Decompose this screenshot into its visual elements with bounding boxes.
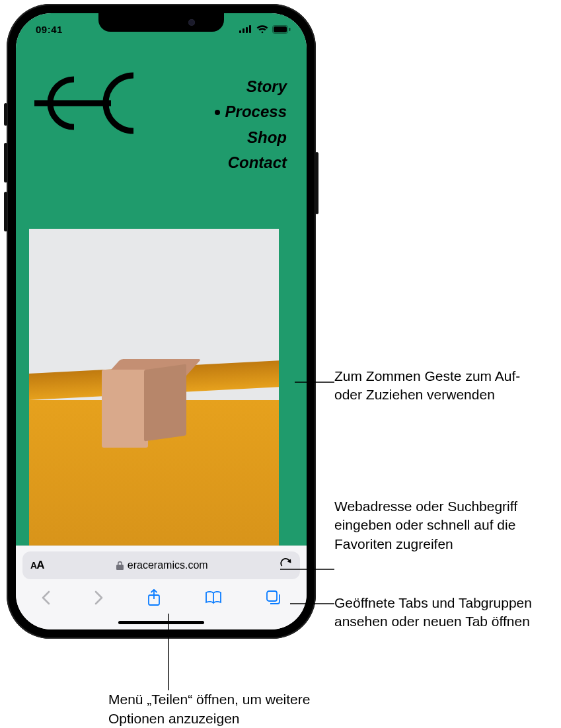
status-icons [239, 25, 291, 34]
phone-screen: 09:41 Story Process Shop Contact [16, 13, 307, 629]
chevron-left-icon [41, 590, 50, 605]
mute-switch [4, 103, 7, 126]
tabs-button[interactable] [266, 590, 281, 606]
safari-toolbar [22, 579, 300, 615]
cellular-icon [239, 25, 252, 33]
tabs-icon [266, 590, 281, 606]
forward-button[interactable] [94, 590, 104, 605]
svg-rect-5 [274, 26, 287, 32]
clay-cube [102, 367, 181, 446]
back-button[interactable] [41, 590, 50, 605]
nav-label: Contact [228, 150, 287, 175]
share-icon [147, 589, 161, 606]
reader-aa-button[interactable]: AA [30, 559, 44, 572]
callout-text: Zum Zommen Geste zum Auf- oder Zuziehen … [334, 368, 520, 402]
battery-icon [272, 25, 291, 34]
url-host: eraceramics.com [128, 559, 208, 571]
svg-rect-6 [289, 28, 291, 31]
svg-rect-0 [239, 30, 241, 33]
nav-label: Story [246, 74, 287, 99]
site-logo[interactable] [34, 70, 147, 139]
nav-item-story[interactable]: Story [215, 74, 287, 99]
active-dot-icon [215, 110, 220, 115]
chevron-right-icon [94, 590, 104, 605]
phone-frame: 09:41 Story Process Shop Contact [7, 4, 316, 639]
hero-image [29, 229, 279, 546]
nav-label: Process [225, 99, 287, 124]
notch [98, 13, 224, 32]
volume-down-button [4, 192, 7, 231]
reload-button[interactable] [280, 557, 292, 573]
nav-item-process[interactable]: Process [215, 99, 287, 124]
nav-item-contact[interactable]: Contact [215, 150, 287, 175]
bookmarks-button[interactable] [205, 590, 222, 605]
callout-text: Geöffnete Tabs und Tabgruppen ansehen od… [334, 595, 532, 629]
callout-text: Menü „Teilen“ öffnen, um weitere Optione… [108, 692, 310, 725]
site-nav: Story Process Shop Contact [215, 74, 287, 176]
lock-icon [116, 561, 124, 570]
wifi-icon [256, 25, 268, 34]
svg-rect-9 [267, 591, 277, 601]
camera-dot [188, 19, 195, 26]
callout-zoom: Zum Zommen Geste zum Auf- oder Zuziehen … [334, 367, 546, 405]
status-time: 09:41 [36, 24, 63, 35]
safari-chrome: AA eraceramics.com [16, 546, 307, 629]
callout-text: Webadresse oder Suchbegriff eingeben ode… [334, 499, 517, 551]
svg-rect-1 [243, 28, 244, 33]
svg-rect-2 [246, 27, 248, 33]
book-icon [205, 590, 222, 605]
home-indicator[interactable] [22, 615, 300, 629]
nav-label: Shop [247, 125, 287, 150]
share-button[interactable] [147, 589, 161, 606]
volume-up-button [4, 143, 7, 182]
callout-share: Menü „Teilen“ öffnen, um weitere Optione… [108, 690, 346, 728]
power-button [315, 152, 318, 214]
address-bar[interactable]: AA eraceramics.com [22, 551, 300, 579]
callout-tabs: Geöffnete Tabs und Tabgruppen ansehen od… [334, 594, 552, 631]
callout-address: Webadresse oder Suchbegriff eingeben ode… [334, 497, 552, 553]
nav-item-shop[interactable]: Shop [215, 125, 287, 150]
webpage-content[interactable]: Story Process Shop Contact [16, 13, 307, 546]
svg-rect-3 [249, 25, 251, 33]
